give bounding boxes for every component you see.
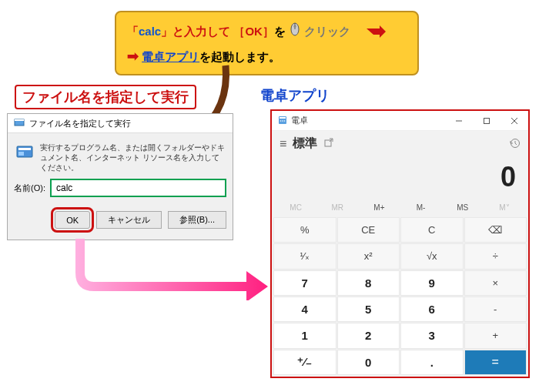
svg-point-10 — [280, 120, 282, 122]
history-icon[interactable] — [509, 137, 521, 151]
run-dialog-description: 実行するプログラム名、または開くフォルダーやドキュメント名、インターネット リソ… — [40, 142, 225, 173]
run-name-label: 名前(O): — [14, 183, 45, 194]
key-square[interactable]: x² — [337, 243, 400, 269]
key-dot[interactable]: . — [400, 350, 464, 375]
key-4[interactable]: 4 — [273, 297, 336, 322]
calculator-header: ≡ 標準 — [272, 131, 528, 156]
svg-rect-9 — [280, 117, 286, 119]
mem-mc[interactable]: MC — [275, 201, 316, 214]
key-2[interactable]: 2 — [337, 323, 400, 348]
text: ］ — [263, 25, 274, 38]
key-3[interactable]: 3 — [400, 323, 464, 348]
calculator-display: 0 — [272, 156, 528, 201]
flow-arrow-icon — [73, 239, 270, 300]
key-7[interactable]: 7 — [273, 270, 336, 296]
run-dialog-body: 実行するプログラム名、または開くフォルダーやドキュメント名、インターネット リソ… — [8, 133, 233, 176]
callout-line1: 「calc」と入力して ［OK］を クリック — [127, 18, 407, 45]
mem-ms[interactable]: MS — [442, 201, 484, 214]
key-multiply[interactable]: × — [464, 270, 527, 296]
callout-line2: ➡ 電卓アプリを起動します。 — [127, 45, 407, 68]
menu-icon[interactable]: ≡ — [280, 137, 286, 151]
run-dialog-label: ファイル名を指定して実行 — [15, 85, 196, 109]
keep-on-top-icon[interactable] — [323, 137, 334, 150]
mouse-cursor-icon — [289, 22, 301, 42]
key-5[interactable]: 5 — [337, 297, 400, 322]
click-text: クリック — [304, 25, 350, 38]
run-dialog-buttons: OK キャンセル 参照(B)... — [8, 203, 233, 240]
calculator-title: 電卓 — [291, 115, 308, 126]
mem-mplus[interactable]: M+ — [358, 201, 400, 214]
key-minus[interactable]: - — [464, 297, 527, 322]
minimize-button[interactable] — [445, 111, 473, 131]
run-dialog-input-row: 名前(O): — [8, 176, 233, 203]
calculator-app-icon — [278, 116, 287, 126]
calculator-keypad: % CE C ⌫ ¹⁄ₓ x² √x ÷ 7 8 9 × 4 5 6 - 1 2… — [272, 217, 528, 377]
ok-text: OK — [245, 25, 263, 38]
key-plus[interactable]: + — [464, 323, 527, 348]
key-8[interactable]: 8 — [337, 270, 400, 296]
key-1[interactable]: 1 — [273, 323, 336, 348]
svg-point-12 — [284, 120, 286, 122]
svg-rect-6 — [18, 148, 31, 150]
calculator-memory-row: MC MR M+ M- MS M˅ — [272, 201, 528, 217]
key-backspace[interactable]: ⌫ — [464, 217, 527, 243]
key-0[interactable]: 0 — [337, 350, 400, 375]
svg-rect-7 — [18, 152, 24, 156]
svg-point-11 — [282, 120, 283, 122]
svg-rect-4 — [15, 119, 24, 121]
calculator-window: 電卓 ≡ 標準 0 MC MR M+ M- MS M˅ % CE C ⌫ — [270, 109, 530, 378]
arrow-icon: ➡ — [127, 49, 139, 64]
key-9[interactable]: 9 — [400, 270, 464, 296]
run-dialog-titlebar: ファイル名を指定して実行 — [8, 114, 233, 133]
close-button[interactable] — [500, 111, 528, 131]
key-equals[interactable]: = — [464, 350, 527, 375]
mem-mr[interactable]: MR — [316, 201, 358, 214]
calc-text: calc — [139, 25, 161, 38]
text: 」と入力して — [161, 25, 233, 38]
cancel-button[interactable]: キャンセル — [96, 211, 162, 229]
svg-rect-14 — [484, 118, 490, 123]
key-percent[interactable]: % — [273, 217, 336, 243]
calculator-titlebar: 電卓 — [272, 111, 528, 131]
ok-button[interactable]: OK — [55, 211, 90, 229]
text: を — [274, 25, 286, 38]
key-sign[interactable]: ⁺⁄₋ — [273, 350, 336, 375]
run-dialog-title: ファイル名を指定して実行 — [29, 118, 131, 129]
run-dialog-window: ファイル名を指定して実行 実行するプログラム名、または開くフォルダーやドキュメン… — [7, 113, 233, 240]
key-c[interactable]: C — [400, 217, 464, 243]
text: を起動します。 — [199, 50, 280, 63]
mem-mminus[interactable]: M- — [400, 201, 442, 214]
arrow-right-icon — [366, 22, 386, 42]
key-ce[interactable]: CE — [337, 217, 400, 243]
calculator-mode: 標準 — [293, 136, 317, 152]
key-reciprocal[interactable]: ¹⁄ₓ — [273, 243, 336, 269]
key-divide[interactable]: ÷ — [464, 243, 527, 269]
browse-button[interactable]: 参照(B)... — [168, 211, 226, 229]
key-6[interactable]: 6 — [400, 297, 464, 322]
run-name-input[interactable] — [50, 179, 226, 197]
app-link-text: 電卓アプリ — [142, 50, 199, 63]
maximize-button[interactable] — [473, 111, 500, 131]
key-sqrt[interactable]: √x — [400, 243, 464, 269]
run-dialog-app-icon — [15, 142, 34, 161]
text: ［ — [233, 25, 245, 38]
svg-rect-2 — [294, 25, 296, 28]
instruction-callout: 「calc」と入力して ［OK］を クリック ➡ 電卓アプリを起動します。 — [115, 11, 419, 75]
text: 「 — [127, 25, 139, 38]
mem-mdown[interactable]: M˅ — [484, 201, 525, 214]
run-dialog-icon — [14, 117, 25, 129]
calculator-label: 電卓アプリ — [260, 86, 330, 105]
